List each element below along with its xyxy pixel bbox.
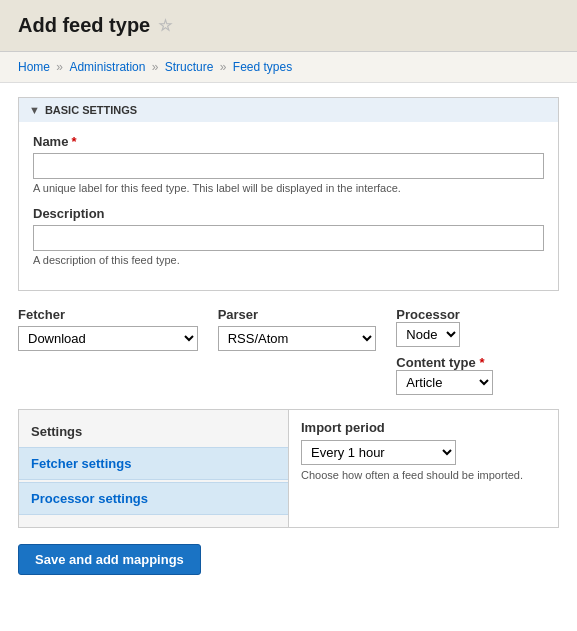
processor-settings-link[interactable]: Processor settings	[19, 482, 288, 515]
import-period-panel: Import period Every 1 hour Every 15 minu…	[289, 410, 558, 527]
processor-label: Processor	[396, 307, 559, 322]
content-type-required-star: *	[479, 355, 484, 370]
description-label: Description	[33, 206, 544, 221]
processor-group: Processor Node User Term	[396, 307, 559, 347]
content-type-select[interactable]: Article Basic page	[396, 370, 493, 395]
description-field-group: Description A description of this feed t…	[33, 206, 544, 266]
settings-import-row: Settings Fetcher settings Processor sett…	[18, 409, 559, 528]
breadcrumb-home[interactable]: Home	[18, 60, 50, 74]
fetcher-col: Fetcher Download HTTP Fetcher File uploa…	[18, 307, 198, 395]
fetcher-label: Fetcher	[18, 307, 198, 322]
fetcher-select[interactable]: Download HTTP Fetcher File upload	[18, 326, 198, 351]
section-header: ▼ BASIC SETTINGS	[19, 98, 558, 122]
parser-select[interactable]: RSS/Atom CSV OPML Sitemap	[218, 326, 377, 351]
basic-settings-section: ▼ BASIC SETTINGS Name * A unique label f…	[18, 97, 559, 291]
breadcrumb: Home » Administration » Structure » Feed…	[0, 52, 577, 83]
breadcrumb-feed-types[interactable]: Feed types	[233, 60, 292, 74]
breadcrumb-sep-2: »	[152, 60, 162, 74]
main-content: ▼ BASIC SETTINGS Name * A unique label f…	[0, 83, 577, 589]
description-hint: A description of this feed type.	[33, 254, 544, 266]
name-label: Name *	[33, 134, 544, 149]
collapse-icon[interactable]: ▼	[29, 104, 40, 116]
breadcrumb-sep-1: »	[56, 60, 66, 74]
section-body: Name * A unique label for this feed type…	[19, 122, 558, 290]
parser-col: Parser RSS/Atom CSV OPML Sitemap	[218, 307, 377, 395]
page-header: Add feed type ☆	[0, 0, 577, 52]
settings-title: Settings	[19, 420, 288, 447]
name-field-group: Name * A unique label for this feed type…	[33, 134, 544, 194]
description-input[interactable]	[33, 225, 544, 251]
name-required-star: *	[71, 134, 76, 149]
content-type-group: Content type * Article Basic page	[396, 355, 559, 395]
page-title-text: Add feed type	[18, 14, 150, 37]
breadcrumb-administration[interactable]: Administration	[69, 60, 145, 74]
name-input[interactable]	[33, 153, 544, 179]
import-period-select[interactable]: Every 1 hour Every 15 minutes Every 30 m…	[301, 440, 456, 465]
fetcher-parser-processor-row: Fetcher Download HTTP Fetcher File uploa…	[18, 307, 559, 395]
processor-select[interactable]: Node User Term	[396, 322, 460, 347]
content-type-label: Content type *	[396, 355, 559, 370]
settings-left-panel: Settings Fetcher settings Processor sett…	[19, 410, 289, 527]
fetcher-settings-link[interactable]: Fetcher settings	[19, 447, 288, 480]
section-title: BASIC SETTINGS	[45, 104, 137, 116]
import-period-hint: Choose how often a feed should be import…	[301, 469, 546, 481]
breadcrumb-sep-3: »	[220, 60, 230, 74]
save-add-mappings-button[interactable]: Save and add mappings	[18, 544, 201, 575]
breadcrumb-structure[interactable]: Structure	[165, 60, 214, 74]
import-period-label: Import period	[301, 420, 546, 435]
page-title: Add feed type ☆	[18, 14, 559, 37]
name-hint: A unique label for this feed type. This …	[33, 182, 544, 194]
favorite-star-icon[interactable]: ☆	[158, 16, 172, 35]
parser-label: Parser	[218, 307, 377, 322]
processor-content-col: Processor Node User Term Content type * …	[396, 307, 559, 395]
